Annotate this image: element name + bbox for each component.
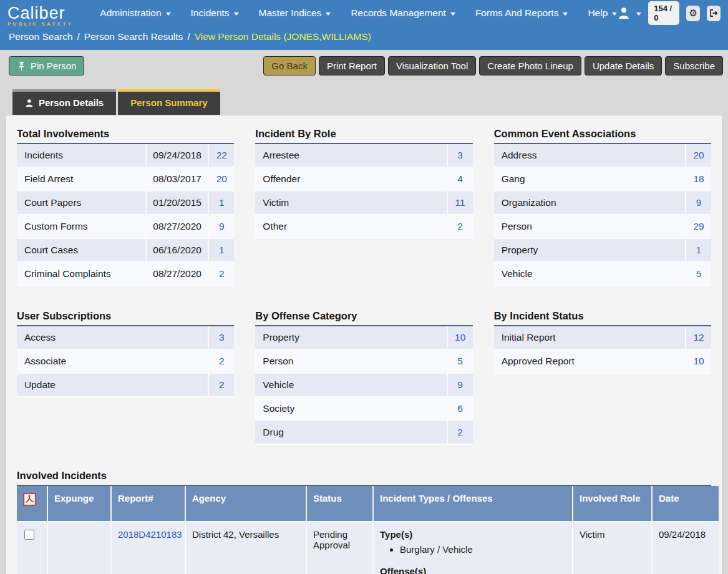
user-icon	[617, 6, 631, 20]
row-count-link[interactable]: 9	[448, 374, 473, 396]
row-count-link[interactable]: 4	[448, 168, 473, 190]
chevron-down-icon	[563, 12, 568, 16]
row-count-link[interactable]: 20	[209, 168, 234, 190]
row-count-link[interactable]: 10	[448, 326, 473, 349]
top-navigation-bar: Caliber PUBLIC SAFETY AdministrationInci…	[0, 0, 728, 50]
involved-role-cell: Victim	[573, 522, 653, 574]
table-row: Access3	[17, 326, 234, 350]
breadcrumb-link-person-search[interactable]: Person Search	[9, 31, 73, 42]
breadcrumb-separator: /	[77, 31, 80, 42]
row-count-link[interactable]: 2	[448, 421, 473, 444]
row-count-link[interactable]: 3	[209, 326, 234, 349]
nav-item-label: Help	[588, 7, 608, 19]
caliber-logo[interactable]: Caliber PUBLIC SAFETY	[7, 6, 90, 27]
row-count-link[interactable]: 22	[209, 144, 234, 167]
visualization-tool-button[interactable]: Visualization Tool	[388, 56, 476, 75]
summary-sections: Total InvolvementsIncidents09/24/201822F…	[17, 128, 711, 445]
pdf-export-icon[interactable]	[23, 493, 36, 506]
user-menu[interactable]	[617, 6, 641, 20]
subscribe-button[interactable]: Subscribe	[665, 56, 723, 75]
row-count-link[interactable]: 9	[686, 192, 711, 214]
row-label: Vehicle	[494, 263, 686, 285]
section-title: By Incident Status	[494, 310, 711, 322]
summary-table: Address20Gang18Organization9Person29Prop…	[494, 144, 711, 286]
row-label: Other	[255, 215, 447, 238]
row-count-link[interactable]: 2	[209, 350, 234, 372]
table-row: Address20	[494, 144, 711, 168]
row-count-link[interactable]: 10	[686, 350, 711, 372]
summary-section-total-involvements: Total InvolvementsIncidents09/24/201822F…	[17, 128, 234, 286]
row-label: Gang	[494, 168, 686, 190]
row-count-link[interactable]: 2	[209, 374, 234, 396]
row-count-link[interactable]: 2	[448, 215, 473, 238]
nav-item-forms-and-reports[interactable]: Forms And Reports	[475, 7, 568, 19]
status-cell: Pending Approval	[307, 522, 374, 574]
row-count-link[interactable]: 1	[209, 239, 234, 261]
table-row: Victim11	[255, 192, 472, 215]
row-count-link[interactable]: 3	[448, 144, 473, 167]
print-report-button[interactable]: Print Report	[319, 56, 385, 75]
row-count-link[interactable]: 12	[686, 326, 711, 349]
row-date: 08/03/2017	[147, 168, 209, 190]
nav-item-master-indices[interactable]: Master Indices	[259, 7, 331, 19]
report-number-link[interactable]: 2018D4210183	[118, 529, 182, 540]
tab-person-details[interactable]: Person Details	[12, 89, 116, 115]
row-count-link[interactable]: 2	[209, 263, 234, 285]
row-label: Vehicle	[255, 374, 447, 396]
nav-item-records-management[interactable]: Records Management	[351, 7, 455, 19]
nav-item-label: Incidents	[191, 7, 230, 19]
person-icon	[25, 99, 34, 107]
row-count-link[interactable]: 18	[686, 168, 711, 190]
tab-label: Person Details	[39, 97, 104, 108]
types-heading: Type(s)	[380, 529, 566, 540]
row-label: Associate	[17, 350, 209, 372]
column-header-status: Status	[307, 486, 374, 522]
row-count-link[interactable]: 1	[209, 192, 234, 214]
row-count-link[interactable]: 11	[448, 192, 473, 214]
counter-badge[interactable]: 154 / 0	[648, 1, 679, 25]
table-row: Associate2	[17, 350, 234, 374]
breadcrumb-link-person-search-results[interactable]: Person Search Results	[84, 31, 183, 42]
update-details-button[interactable]: Update Details	[585, 56, 662, 75]
table-row: Arrestee3	[255, 144, 472, 168]
settings-button[interactable]: ⚙	[686, 6, 700, 21]
row-label: Property	[255, 326, 447, 349]
table-row: Update2	[17, 374, 234, 397]
column-header-date: Date	[653, 486, 719, 522]
incident-types-cell: Type(s)Burglary / VehicleOffense(s)	[374, 522, 573, 574]
nav-item-help[interactable]: Help	[588, 7, 617, 19]
row-label: Address	[494, 144, 686, 167]
chevron-down-icon	[612, 12, 617, 16]
types-list: Burglary / Vehicle	[380, 544, 566, 555]
row-count-link[interactable]: 5	[686, 263, 711, 285]
column-header-involved-role: Involved Role	[573, 486, 653, 522]
brand-tagline: PUBLIC SAFETY	[7, 21, 90, 27]
logout-button[interactable]	[707, 6, 721, 21]
nav-item-administration[interactable]: Administration	[100, 7, 170, 19]
nav-right-cluster: 154 / 0 ⚙	[617, 1, 721, 25]
row-count-link[interactable]: 1	[686, 239, 711, 261]
row-count-link[interactable]: 29	[686, 215, 711, 238]
table-row: Person5	[255, 350, 472, 374]
involved-incidents-title: Involved Incidents	[17, 470, 711, 482]
incident-checkbox[interactable]	[24, 530, 34, 540]
row-count-link[interactable]: 5	[448, 350, 473, 372]
main-menu: AdministrationIncidentsMaster IndicesRec…	[100, 7, 617, 19]
row-date: 09/24/2018	[147, 144, 209, 167]
summary-section-by-offense-category: By Offense CategoryProperty10Person5Vehi…	[255, 310, 472, 445]
row-date: 08/27/2020	[147, 263, 209, 285]
row-count-link[interactable]: 9	[209, 215, 234, 238]
nav-item-label: Administration	[100, 7, 161, 19]
column-header-expunge: Expunge	[48, 486, 112, 522]
nav-item-incidents[interactable]: Incidents	[191, 7, 239, 19]
pin-person-label: Pin Person	[31, 61, 76, 71]
pin-person-button[interactable]: Pin Person	[9, 56, 84, 75]
section-title: By Offense Category	[255, 310, 472, 322]
tab-person-summary[interactable]: Person Summary	[118, 89, 220, 115]
create-photo-lineup-button[interactable]: Create Photo Lineup	[479, 56, 581, 75]
row-count-link[interactable]: 20	[686, 144, 711, 167]
summary-section-incident-by-role: Incident By RoleArrestee3Offender4Victim…	[255, 128, 472, 239]
row-label: Society	[255, 397, 447, 420]
row-count-link[interactable]: 6	[448, 397, 473, 420]
go-back-button[interactable]: Go Back	[263, 56, 316, 75]
